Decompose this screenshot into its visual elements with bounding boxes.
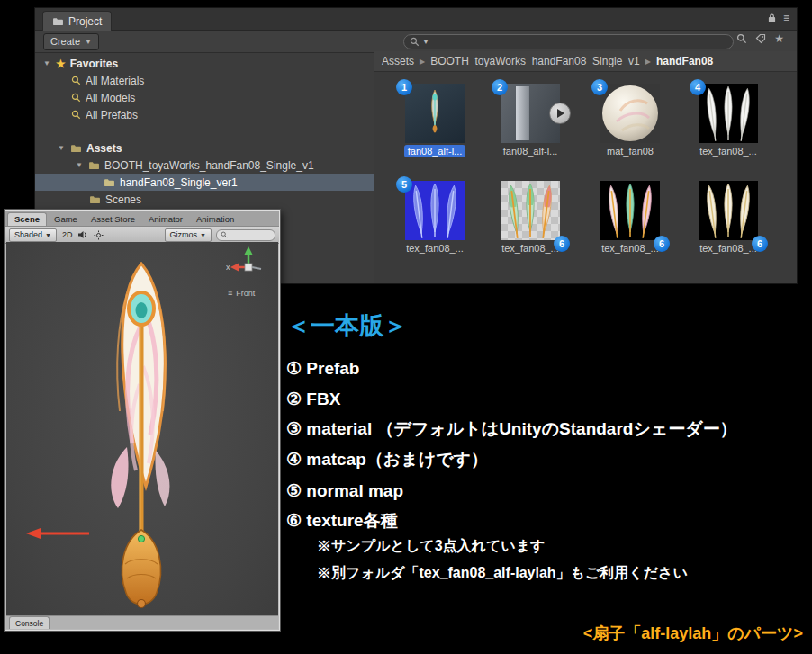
tree-item-scenes-folder[interactable]: Scenes [35, 191, 374, 208]
tree-item-all-materials[interactable]: All Materials [35, 72, 374, 89]
tree-item-assets[interactable]: ▼ Assets [35, 139, 374, 157]
scene-viewport[interactable]: x ≡ Front [6, 242, 278, 616]
create-button[interactable]: Create ▼ [43, 33, 99, 50]
search-by-type-icon[interactable] [736, 33, 747, 44]
tree-item-handfan-folder[interactable]: handFan08_Single_ver1 [35, 174, 374, 191]
annotation-note-other-folder: ※別フォルダ「tex_fan08_alf-laylah」もご利用ください [317, 560, 688, 587]
scene-orientation-gizmo[interactable]: x [226, 246, 271, 285]
asset-label[interactable]: mat_fan08 [603, 145, 657, 157]
annotation-item-normal-map: ⑤ normal map [286, 475, 737, 506]
prefab-thumbnail[interactable] [405, 84, 465, 143]
tree-item-all-prefabs[interactable]: All Prefabs [35, 106, 374, 123]
axis-x-label: x [226, 263, 230, 272]
tree-item-label: Favorites [70, 58, 118, 70]
chevron-down-icon: ▼ [45, 232, 51, 238]
foldout-triangle-icon[interactable]: ▼ [57, 144, 66, 152]
texture-thumbnail[interactable] [501, 181, 560, 240]
asset-item-texture-cream[interactable]: 6 tex_fan08_... [688, 181, 769, 254]
asset-item-texture-color[interactable]: 6 tex_fan08_... [590, 181, 671, 254]
normal-map-thumbnail[interactable] [405, 181, 465, 240]
asset-item-texture-white[interactable]: 4 tex_fan08_... [688, 84, 769, 157]
annotation-item-material: ③ material （デフォルトはUnityのStandardシェーダー） [286, 414, 737, 444]
saved-search-star-icon[interactable]: ★ [774, 33, 784, 44]
search-icon [410, 37, 420, 47]
create-button-label: Create [50, 36, 80, 47]
tree-item-booth-folder[interactable]: ▼ BOOTH_toyaWorks_handFan08_Single_v1 [35, 157, 374, 174]
project-tab-label: Project [68, 15, 102, 28]
folder-icon [104, 178, 115, 187]
tree-item-label: All Prefabs [86, 109, 138, 121]
breadcrumb-separator-icon: ▶ [645, 58, 651, 66]
search-filter-caret-icon: ▼ [422, 38, 429, 46]
annotation-item-fbx: ② FBX [286, 383, 737, 414]
shading-mode-label: Shaded [14, 230, 42, 239]
tab-game[interactable]: Game [48, 213, 84, 226]
tab-project[interactable]: Project [42, 11, 112, 31]
annotation-note-samples: ※サンプルとして3点入れています [317, 533, 688, 560]
material-thumbnail[interactable] [600, 84, 660, 143]
texture-thumbnail[interactable] [699, 84, 758, 143]
preview-play-button[interactable] [549, 103, 571, 124]
shading-mode-dropdown[interactable]: Shaded ▼ [9, 228, 57, 242]
tab-scene[interactable]: Scene [7, 212, 47, 226]
search-icon [221, 231, 228, 238]
scene-lighting-icon[interactable] [94, 230, 104, 240]
annotation-item-matcap: ④ matcap（おまけです） [286, 444, 737, 475]
tree-item-label: BOOTH_toyaWorks_handFan08_Single_v1 [104, 159, 314, 172]
project-toolbar: Create ▼ ▼ ★ [35, 31, 797, 53]
annotation-badge: 3 [591, 79, 608, 95]
breadcrumb-segment-current[interactable]: handFan08 [656, 55, 713, 67]
tab-animator[interactable]: Animator [142, 213, 189, 226]
tree-item-favorites[interactable]: ▼ ★ Favorites [35, 55, 374, 72]
asset-item-prefab[interactable]: 1 fan08_alf-l... [394, 84, 475, 157]
toggle-2d[interactable]: 2D [62, 230, 73, 239]
tab-asset-store[interactable]: Asset Store [85, 213, 141, 226]
foldout-triangle-icon[interactable]: ▼ [75, 161, 84, 169]
lock-icon[interactable] [768, 13, 776, 23]
scene-tab-bar: Scene Game Asset Store Animator Animatio… [5, 211, 279, 227]
texture-thumbnail[interactable] [699, 181, 758, 240]
gizmos-dropdown[interactable]: Gizmos ▼ [165, 228, 212, 242]
scene-audio-icon[interactable] [77, 230, 88, 239]
project-titlebar: Project ≡ [35, 8, 797, 31]
screenshot-root: Project ≡ Create ▼ ▼ ★ [0, 0, 812, 654]
asset-item-texture-alpha[interactable]: 6 tex_fan08_... [490, 181, 571, 254]
annotation-badge: 6 [654, 236, 670, 252]
asset-item-material[interactable]: 3 mat_fan08 [590, 84, 671, 157]
tab-animation[interactable]: Animation [190, 213, 240, 226]
breadcrumb-segment[interactable]: BOOTH_toyaWorks_handFan08_Single_v1 [430, 55, 640, 67]
asset-item-normal-map[interactable]: 5 tex_fan08_... [394, 181, 475, 254]
breadcrumb-segment[interactable]: Assets [382, 55, 414, 67]
tree-item-label: All Models [86, 92, 135, 104]
asset-label[interactable]: tex_fan08_... [696, 145, 761, 157]
scene-window-bottom-bar: Console [6, 615, 278, 629]
favorites-star-icon: ★ [56, 58, 66, 69]
asset-grid: 1 fan08_alf-l... [374, 71, 797, 283]
search-input[interactable]: ▼ [403, 34, 734, 49]
asset-label[interactable]: tex_fan08_... [402, 242, 467, 255]
annotation-notes: ※サンプルとして3点入れています ※別フォルダ「tex_fan08_alf-la… [317, 533, 688, 587]
scene-search-input[interactable] [216, 229, 275, 241]
annotation-item-prefab: ① Prefab [286, 353, 737, 383]
annotation-badge: 6 [752, 236, 768, 252]
annotation-footer: <扇子「alf-laylah」のパーツ> [583, 623, 803, 644]
tree-item-all-models[interactable]: All Models [35, 89, 374, 106]
folder-icon [88, 161, 100, 170]
breadcrumb-separator-icon: ▶ [420, 58, 425, 66]
annotation-badge: 5 [396, 176, 412, 193]
annotation-badge: 6 [554, 236, 570, 252]
annotation-badge: 4 [690, 79, 706, 95]
cube-icon: ≡ [228, 289, 232, 298]
window-menu-icon[interactable]: ≡ [783, 13, 789, 23]
asset-label[interactable]: fan08_alf-l... [404, 145, 466, 157]
feather-model[interactable] [69, 258, 213, 609]
asset-label[interactable]: fan08_alf-l... [500, 145, 562, 157]
asset-panel: Assets ▶ BOOTH_toyaWorks_handFan08_Singl… [374, 51, 797, 283]
foldout-triangle-icon[interactable]: ▼ [42, 59, 51, 67]
asset-item-fbx[interactable]: 2 fan08_alf-l... [490, 84, 571, 157]
tab-console[interactable]: Console [9, 616, 50, 629]
tree-item-label: Scenes [105, 193, 141, 206]
texture-thumbnail[interactable] [600, 181, 660, 240]
search-by-label-icon[interactable] [755, 33, 766, 44]
translate-x-arrow[interactable] [24, 526, 95, 541]
